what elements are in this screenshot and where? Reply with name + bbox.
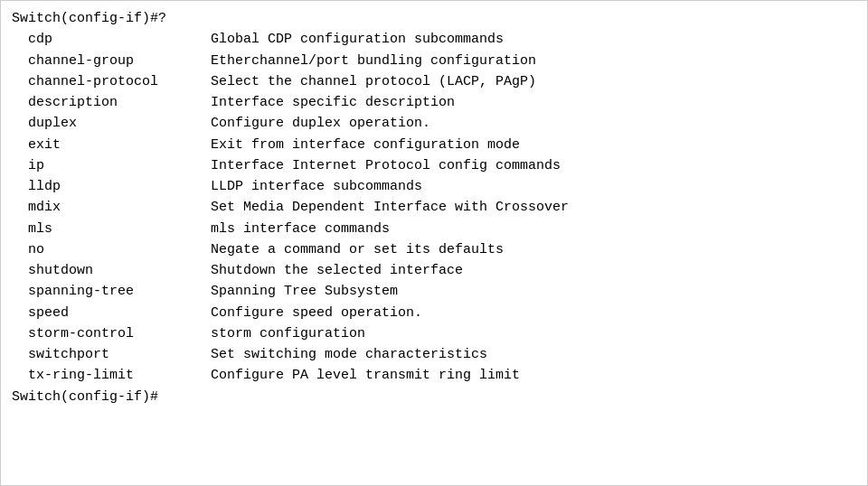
command-description: Spanning Tree Subsystem xyxy=(211,281,398,302)
command-name: mls xyxy=(12,219,211,239)
command-description: Interface specific description xyxy=(211,92,455,113)
command-name: description xyxy=(12,92,211,113)
command-name: ip xyxy=(12,155,211,176)
command-name: exit xyxy=(12,135,211,155)
command-name: lldp xyxy=(12,176,211,197)
table-row: speedConfigure speed operation. xyxy=(12,303,856,323)
command-description: Shutdown the selected interface xyxy=(211,260,463,281)
command-name: channel-protocol xyxy=(12,71,211,92)
command-description: Negate a command or set its defaults xyxy=(211,239,504,260)
table-row: spanning-treeSpanning Tree Subsystem xyxy=(12,281,856,302)
table-row: shutdownShutdown the selected interface xyxy=(12,260,856,281)
command-name: storm-control xyxy=(12,323,211,344)
command-name: speed xyxy=(12,303,211,323)
command-name: shutdown xyxy=(12,260,211,281)
command-description: Etherchannel/port bundling configuration xyxy=(211,51,536,71)
command-description: LLDP interface subcommands xyxy=(211,176,422,197)
terminal-window[interactable]: Switch(config-if)#? cdpGlobal CDP config… xyxy=(0,0,868,486)
table-row: tx-ring-limitConfigure PA level transmit… xyxy=(12,365,856,386)
prompt-bottom: Switch(config-if)# xyxy=(12,387,856,407)
command-name: channel-group xyxy=(12,51,211,71)
table-row: switchportSet switching mode characteris… xyxy=(12,344,856,365)
command-description: storm configuration xyxy=(211,323,365,344)
table-row: duplexConfigure duplex operation. xyxy=(12,113,856,134)
table-row: exitExit from interface configuration mo… xyxy=(12,135,856,155)
command-name: switchport xyxy=(12,344,211,365)
table-row: cdpGlobal CDP configuration subcommands xyxy=(12,29,856,50)
table-row: noNegate a command or set its defaults xyxy=(12,239,856,260)
table-row: channel-protocolSelect the channel proto… xyxy=(12,71,856,92)
command-description: Select the channel protocol (LACP, PAgP) xyxy=(211,71,536,92)
table-row: storm-controlstorm configuration xyxy=(12,323,856,344)
command-name: spanning-tree xyxy=(12,281,211,302)
command-description: mls interface commands xyxy=(211,219,390,239)
command-name: mdix xyxy=(12,197,211,218)
command-name: tx-ring-limit xyxy=(12,365,211,386)
table-row: descriptionInterface specific descriptio… xyxy=(12,92,856,113)
command-name: no xyxy=(12,239,211,260)
command-name: duplex xyxy=(12,113,211,134)
table-row: ipInterface Internet Protocol config com… xyxy=(12,155,856,176)
command-description: Configure PA level transmit ring limit xyxy=(211,365,520,386)
table-row: channel-groupEtherchannel/port bundling … xyxy=(12,51,856,71)
command-name: cdp xyxy=(12,29,211,50)
table-row: lldpLLDP interface subcommands xyxy=(12,176,856,197)
command-description: Global CDP configuration subcommands xyxy=(211,29,504,50)
table-row: mlsmls interface commands xyxy=(12,219,856,239)
command-description: Set switching mode characteristics xyxy=(211,344,487,365)
commands-list: cdpGlobal CDP configuration subcommands … xyxy=(12,29,856,386)
prompt-top: Switch(config-if)#? xyxy=(12,8,856,29)
command-description: Exit from interface configuration mode xyxy=(211,135,520,155)
table-row: mdixSet Media Dependent Interface with C… xyxy=(12,197,856,218)
command-description: Set Media Dependent Interface with Cross… xyxy=(211,197,569,218)
command-description: Configure speed operation. xyxy=(211,303,422,323)
command-description: Configure duplex operation. xyxy=(211,113,430,134)
command-description: Interface Internet Protocol config comma… xyxy=(211,155,561,176)
